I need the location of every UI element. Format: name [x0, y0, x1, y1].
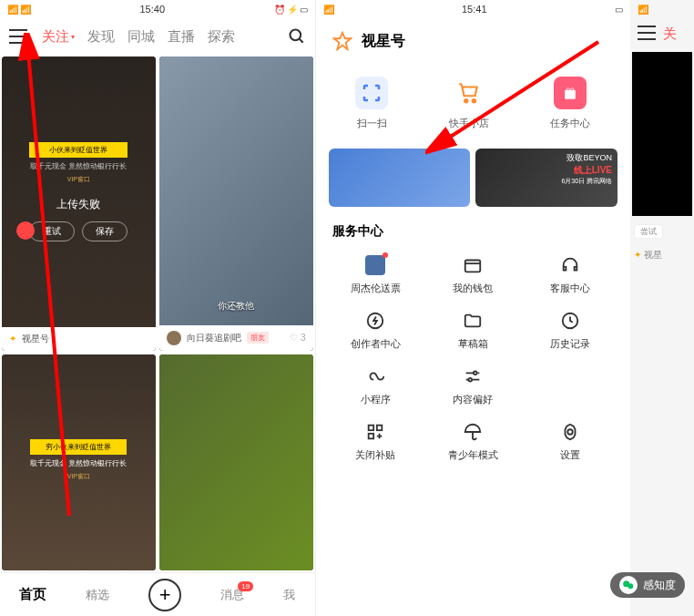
cart-icon — [457, 81, 481, 105]
sidebar-header: 视星号 — [316, 18, 631, 64]
alarm-icon: ⏰ — [274, 5, 285, 15]
shop-label: 快手小店 — [449, 117, 489, 130]
banner2-line2: 线上LIVE — [561, 164, 612, 177]
scan-icon — [361, 82, 383, 104]
card2-footer: 向日葵追剧吧 朋友 ♡ 3 — [159, 325, 313, 351]
grid-icon — [365, 422, 385, 442]
nav-featured[interactable]: 精选 — [86, 587, 109, 603]
card3-vip: VIP窗口 — [30, 472, 127, 481]
notification-dot — [383, 252, 388, 258]
svc-wallet[interactable]: 我的钱包 — [426, 249, 520, 301]
wechat-watermark: 感知度 — [610, 572, 685, 598]
banner-2[interactable]: 致敬BEYON 线上LIVE 6月30日 腾讯网络 — [475, 149, 617, 207]
wechat-label: 感知度 — [643, 578, 676, 593]
svg-marker-16 — [566, 425, 576, 440]
card1-sub: 取千元现金 竟然惊动银行行长 — [29, 161, 128, 171]
top-nav: 关注▾ 发现 同城 直播 探索 — [0, 18, 315, 55]
svg-point-11 — [474, 372, 477, 375]
svg-point-5 — [464, 99, 467, 102]
svg-rect-14 — [377, 426, 383, 431]
svc-preference[interactable]: 内容偏好 — [426, 360, 520, 412]
svc-history[interactable]: 历史记录 — [524, 304, 617, 356]
quick-actions: 扫一扫 快手小店 任务中心 — [316, 64, 631, 143]
clock-icon — [560, 311, 580, 331]
svc-creator[interactable]: 创作者中心 — [329, 304, 423, 356]
tune-icon — [463, 366, 483, 386]
tab-discover[interactable]: 发现 — [87, 28, 115, 46]
battery-icon: ▭ — [615, 5, 623, 15]
banner2-line3: 6月30日 腾讯网络 — [561, 177, 612, 186]
search-icon[interactable] — [288, 27, 306, 46]
svc-drafts[interactable]: 草稿箱 — [426, 304, 520, 356]
headset-icon — [560, 255, 580, 275]
folder-icon — [463, 311, 483, 331]
status-bar-edge: 📶 — [630, 0, 694, 18]
card1-title: 小伙来到贬值世界 — [29, 142, 128, 158]
svg-point-6 — [473, 99, 475, 102]
edge-phone: 📶 关 尝试 ✦ 视星 — [630, 0, 694, 616]
left-phone: 📶📶 15:40 ⏰⚡▭ 关注▾ 发现 同城 直播 探索 小伙来到贬值世界 取千… — [0, 0, 316, 616]
save-button[interactable]: 保存 — [82, 221, 128, 241]
card1-footer: ✦ 视星号 — [2, 327, 156, 351]
feed-card-4[interactable] — [159, 354, 313, 571]
bottom-nav: 首页 精选 + 消息 19 我 — [0, 572, 315, 616]
retry-button[interactable]: 重试 — [29, 221, 75, 241]
video-feed: 小伙来到贬值世界 取千元现金 竟然惊动银行行长 VIP窗口 上传失败 重试 保存… — [0, 55, 315, 572]
hamburger-icon[interactable] — [9, 29, 27, 44]
nav-me[interactable]: 我 — [283, 587, 295, 603]
tab-live[interactable]: 直播 — [168, 28, 195, 46]
like-count[interactable]: ♡ 3 — [290, 333, 305, 343]
feed-card-3[interactable]: 穷小伙来到贬值世界 取千元现金 竟然惊动银行行长 VIP窗口 — [2, 354, 156, 571]
edge-hamburger-icon[interactable] — [638, 26, 656, 40]
nav-create-button[interactable]: + — [148, 579, 181, 611]
svg-point-17 — [568, 429, 574, 435]
bt-icon: ⚡ — [287, 5, 298, 15]
wifi-icon: 📶 — [20, 5, 31, 15]
nav-message[interactable]: 消息 19 — [220, 587, 244, 603]
signal-icon: 📶 — [323, 5, 334, 15]
svg-rect-15 — [369, 434, 374, 439]
banner2-line1: 致敬BEYON — [561, 152, 612, 164]
banner-1[interactable] — [329, 149, 471, 207]
battery-icon: ▭ — [300, 5, 308, 15]
svc-tickets[interactable]: 周杰伦送票 — [329, 249, 423, 301]
umbrella-icon — [463, 422, 483, 442]
svc-youth[interactable]: 青少年模式 — [426, 416, 520, 467]
nav-home[interactable]: 首页 — [19, 586, 46, 603]
trial-button[interactable]: 尝试 — [634, 224, 663, 239]
promo-banners: 致敬BEYON 线上LIVE 6月30日 腾讯网络 — [316, 143, 631, 212]
signal-icon: 📶 — [7, 5, 18, 15]
infinity-icon — [365, 366, 385, 386]
sidebar-title: 视星号 — [362, 32, 405, 51]
svg-point-21 — [628, 583, 633, 589]
nav-tabs: 关注▾ 发现 同城 直播 探索 — [42, 28, 273, 46]
svg-rect-13 — [369, 426, 374, 431]
status-time-right: 15:41 — [462, 4, 487, 15]
svc-subsidy[interactable]: 关闭补贴 — [329, 416, 423, 467]
services-title: 服务中心 — [316, 212, 631, 243]
svc-support[interactable]: 客服中心 — [524, 249, 617, 301]
feed-card-1[interactable]: 小伙来到贬值世界 取千元现金 竟然惊动银行行长 VIP窗口 上传失败 重试 保存… — [2, 56, 156, 351]
shop-button[interactable]: 快手小店 — [449, 77, 489, 130]
svg-rect-8 — [465, 261, 481, 272]
task-button[interactable]: 任务中心 — [550, 77, 590, 130]
tab-local[interactable]: 同城 — [128, 28, 155, 46]
svc-miniapp[interactable]: 小程序 — [329, 360, 423, 412]
card1-author: 视星号 — [22, 333, 49, 345]
card3-title: 穷小伙来到贬值世界 — [30, 439, 127, 455]
gift-icon — [561, 84, 579, 102]
feed-card-2[interactable]: 你还教他 向日葵追剧吧 朋友 ♡ 3 — [159, 56, 313, 351]
svg-rect-7 — [566, 90, 577, 99]
svc-settings[interactable]: 设置 — [524, 416, 617, 467]
gear-icon — [560, 422, 580, 442]
status-bar-left: 📶📶 15:40 ⏰⚡▭ — [0, 0, 315, 18]
card2-caption: 你还教他 — [218, 300, 254, 313]
red-envelope-icon — [16, 221, 35, 240]
scan-button[interactable]: 扫一扫 — [355, 77, 388, 130]
card2-author: 向日葵追剧吧 — [187, 332, 241, 344]
avatar-thumb-icon — [365, 255, 385, 275]
tab-explore[interactable]: 探索 — [208, 28, 235, 46]
svg-point-12 — [469, 378, 473, 382]
tab-follow[interactable]: 关注▾ — [42, 28, 75, 46]
svg-marker-4 — [333, 33, 350, 49]
